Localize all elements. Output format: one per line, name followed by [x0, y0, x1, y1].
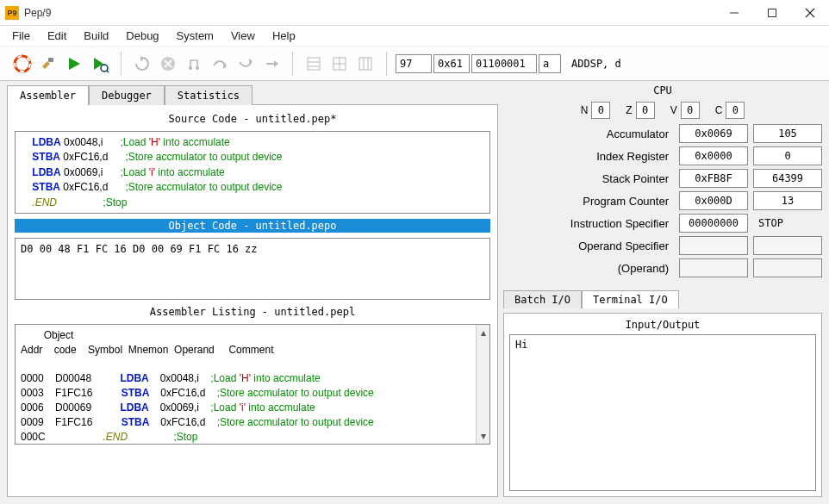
reg-sp-label: Stack Pointer	[503, 172, 674, 185]
toolbar: 97 0x61 01100001 a ADDSP, d	[0, 47, 829, 81]
minimize-button[interactable]	[715, 0, 753, 25]
window-title: Pep/9	[24, 7, 715, 19]
view3-icon	[353, 52, 377, 76]
svg-rect-6	[48, 58, 53, 62]
run-icon[interactable]	[62, 52, 86, 76]
listing-title: Assembler Listing - untitled.pepl	[15, 305, 490, 319]
tab-statistics[interactable]: Statistics	[165, 85, 252, 105]
flag-z-label: Z	[626, 104, 632, 116]
reg-pc-hex: 0x000D	[679, 191, 748, 210]
left-tabs: Assembler Debugger Statistics	[7, 84, 498, 104]
svg-rect-1	[769, 9, 776, 16]
tab-assembler[interactable]: Assembler	[7, 85, 89, 105]
listing-view[interactable]: ObjectAddr code Symbol Mnemon Operand Co…	[16, 325, 476, 444]
help-icon[interactable]	[10, 52, 34, 76]
reg-accumulator-dec: 105	[753, 124, 822, 143]
io-title: Input/Output	[509, 319, 816, 331]
debug-run-icon[interactable]	[88, 52, 112, 76]
step-into-icon	[182, 52, 206, 76]
flag-n-label: N	[581, 104, 589, 116]
reg-operand-dec	[753, 258, 822, 277]
object-code-editor[interactable]: D0 00 48 F1 FC 16 D0 00 69 F1 FC 16 zz	[15, 238, 490, 300]
svg-rect-21	[308, 58, 320, 70]
titlebar: P9 Pep/9	[0, 0, 829, 26]
menu-view[interactable]: View	[222, 27, 264, 45]
reg-ospec-label: Operand Specifier	[503, 240, 674, 252]
flag-n-value: 0	[591, 102, 610, 119]
menu-edit[interactable]: Edit	[39, 27, 75, 45]
reg-ispec-hex: 00000000	[679, 214, 748, 233]
reg-ospec-hex	[679, 236, 748, 255]
menu-build[interactable]: Build	[75, 27, 117, 45]
menubar: File Edit Build Debug System View Help	[0, 26, 829, 47]
reg-index-hex: 0x0000	[679, 146, 748, 165]
io-output[interactable]: Hi	[509, 334, 816, 491]
flag-v-value: 0	[681, 102, 700, 119]
step-out-icon	[234, 52, 258, 76]
svg-marker-11	[140, 56, 144, 61]
close-button[interactable]	[791, 0, 829, 25]
reg-operand-label: (Operand)	[503, 262, 674, 275]
reg-operand-hex	[679, 258, 748, 277]
source-title: Source Code - untitled.pep*	[15, 112, 490, 126]
reg-ospec-dec	[753, 236, 822, 255]
reg-ispec-label: Instruction Specifier	[503, 217, 674, 230]
reg-index-dec: 0	[753, 146, 822, 165]
svg-marker-7	[69, 58, 80, 70]
scroll-up-icon[interactable]: ▴	[481, 327, 486, 339]
reg-index-label: Index Register	[503, 150, 674, 163]
maximize-button[interactable]	[753, 0, 791, 25]
flag-z-value: 0	[636, 102, 655, 119]
app-icon: P9	[5, 6, 19, 20]
build-icon[interactable]	[36, 52, 60, 76]
flag-c-label: C	[715, 104, 723, 116]
flag-c-value: 0	[726, 102, 745, 119]
menu-debug[interactable]: Debug	[117, 27, 167, 45]
status-instruction: ADDSP, d	[571, 58, 621, 70]
step-over-icon	[208, 52, 232, 76]
reg-accumulator-hex: 0x0069	[679, 124, 748, 143]
source-code-editor[interactable]: LDBA 0x0048,i ;Load 'H' into accmulate S…	[15, 131, 490, 214]
tab-debugger[interactable]: Debugger	[89, 85, 165, 105]
reg-accumulator-label: Accumulator	[503, 128, 674, 140]
svg-marker-20	[274, 60, 278, 67]
reg-pc-dec: 13	[753, 191, 822, 210]
flag-v-label: V	[670, 104, 677, 116]
reg-pc-label: Program Counter	[503, 195, 674, 208]
status-char: a	[539, 54, 561, 73]
status-hex: 0x61	[433, 54, 470, 73]
svg-point-16	[196, 66, 199, 70]
menu-file[interactable]: File	[3, 27, 39, 45]
reg-ispec-dec: STOP	[753, 214, 822, 233]
register-grid: Accumulator 0x0069 105 Index Register 0x…	[503, 124, 822, 277]
view1-icon	[302, 52, 326, 76]
cpu-flags: N0 Z0 V0 C0	[503, 102, 822, 119]
status-decimal: 97	[396, 54, 432, 73]
stop-icon	[156, 52, 180, 76]
reg-sp-dec: 64399	[753, 169, 822, 188]
reg-sp-hex: 0xFB8F	[679, 169, 748, 188]
step-icon	[259, 52, 284, 76]
cpu-title: CPU	[503, 84, 822, 96]
svg-rect-27	[359, 58, 371, 70]
menu-help[interactable]: Help	[264, 27, 304, 45]
io-tabs: Batch I/O Terminal I/O	[503, 289, 822, 308]
listing-scrollbar[interactable]: ▴ ▾	[476, 325, 489, 444]
status-binary: 01100001	[471, 54, 537, 73]
tab-terminal-io[interactable]: Terminal I/O	[582, 290, 679, 308]
restart-icon	[130, 52, 154, 76]
svg-marker-8	[94, 58, 103, 70]
tab-batch-io[interactable]: Batch I/O	[503, 290, 582, 308]
view2-icon	[327, 52, 352, 76]
svg-point-15	[189, 66, 192, 70]
menu-system[interactable]: System	[168, 27, 222, 45]
object-title: Object Code - untitled.pepo	[15, 219, 490, 233]
scroll-down-icon[interactable]: ▾	[481, 430, 486, 442]
svg-point-9	[101, 65, 108, 72]
svg-line-10	[107, 71, 109, 72]
